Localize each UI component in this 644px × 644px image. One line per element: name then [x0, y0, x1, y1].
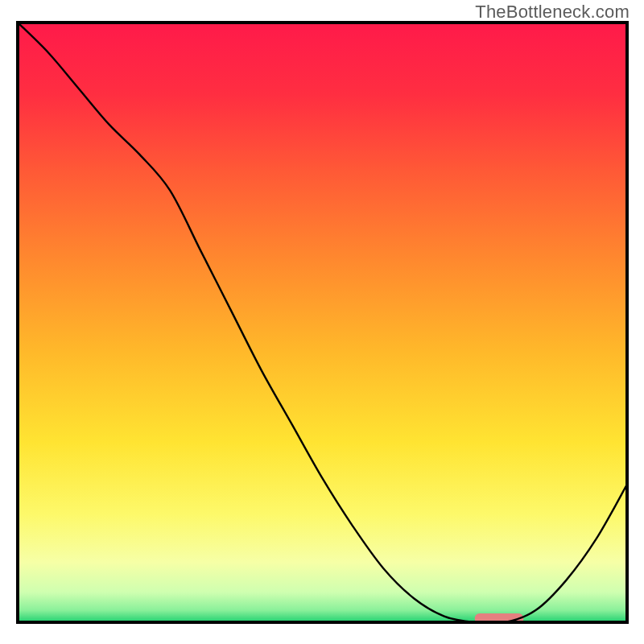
- plot-area: [18, 23, 627, 624]
- chart-container: TheBottleneck.com: [0, 0, 644, 644]
- gradient-background: [18, 23, 627, 622]
- bottleneck-chart: [0, 0, 644, 644]
